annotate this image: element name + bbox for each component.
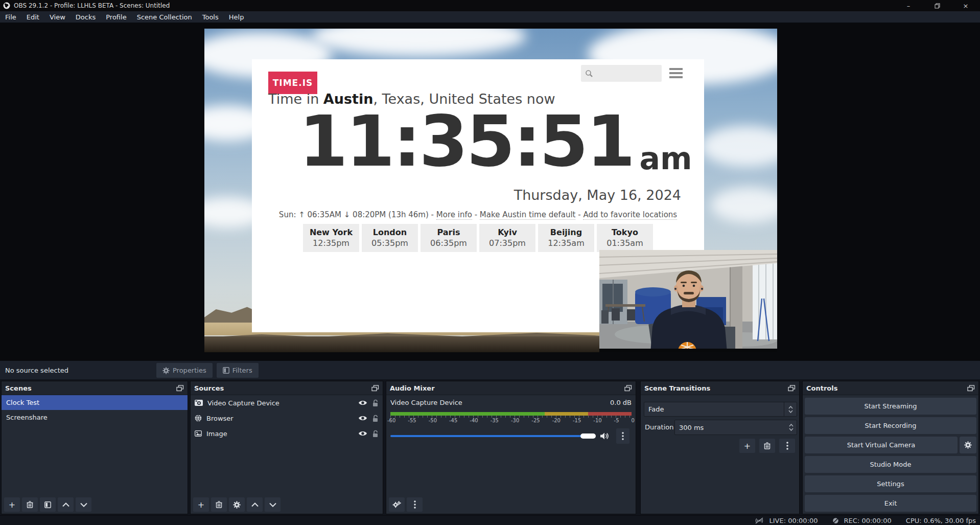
popout-icon[interactable] (967, 385, 975, 392)
properties-button[interactable]: Properties (156, 363, 213, 378)
filter-icon (44, 501, 51, 508)
source-toolbar: No source selected Properties Filters (0, 360, 980, 380)
advanced-audio-button[interactable] (389, 497, 405, 512)
volume-slider[interactable] (390, 435, 595, 437)
source-properties-button[interactable] (229, 497, 245, 512)
menu-profile[interactable]: Profile (101, 11, 131, 22)
rec-timecode: REC: 00:00:00 (844, 517, 892, 524)
move-source-up-button[interactable] (247, 497, 263, 512)
restore-button[interactable] (923, 0, 951, 11)
add-source-button[interactable]: + (193, 497, 209, 512)
mixer-menu-button[interactable] (407, 497, 423, 512)
source-status-text: No source selected (5, 367, 68, 374)
filters-button[interactable]: Filters (217, 363, 259, 378)
menu-bar: File Edit View Docks Profile Scene Colle… (0, 11, 980, 23)
start-streaming-button[interactable]: Start Streaming (805, 398, 976, 415)
chevron-down-icon (80, 503, 87, 507)
mixer-channel-menu-button[interactable] (616, 428, 629, 444)
move-scene-up-button[interactable] (58, 497, 74, 512)
remove-scene-button[interactable] (22, 497, 38, 512)
chevron-down-icon (269, 503, 276, 507)
title-bar: OBS 29.1.2 - Profile: LLHLS BETA - Scene… (0, 0, 980, 11)
scene-filters-button[interactable] (40, 497, 56, 512)
unlock-icon[interactable] (372, 430, 379, 438)
transition-properties-button[interactable] (779, 439, 795, 453)
cloud (701, 126, 777, 167)
webcam-video (599, 250, 777, 352)
virtual-camera-config-button[interactable] (960, 437, 976, 453)
settings-button[interactable]: Settings (805, 475, 976, 492)
trash-icon (764, 442, 771, 449)
filter-icon (223, 367, 229, 374)
cpu-fps-stats: CPU: 0.6%, 30.00 fps (906, 517, 976, 524)
duration-spinner[interactable]: 300 ms (674, 420, 797, 435)
audio-mixer-title: Audio Mixer (390, 384, 435, 392)
minimize-button[interactable]: – (894, 0, 923, 11)
transition-select[interactable]: Fade (644, 402, 797, 417)
volume-meter (390, 412, 632, 416)
menu-view[interactable]: View (44, 11, 71, 22)
popout-icon[interactable] (176, 385, 184, 392)
controls-title: Controls (806, 384, 837, 392)
popout-icon[interactable] (624, 385, 632, 392)
cloud (312, 29, 526, 57)
popout-icon[interactable] (788, 385, 796, 392)
remove-source-button[interactable] (211, 497, 227, 512)
meter-tick-labels: -60-55-50-45-40-35-30-25-20-15-10-50 (387, 418, 635, 423)
audio-mixer-panel: Audio Mixer Video Capture Device 0.0 dB … (386, 381, 636, 514)
studio-mode-button[interactable]: Studio Mode (805, 456, 976, 473)
scenes-title: Scenes (5, 384, 32, 392)
move-scene-down-button[interactable] (76, 497, 91, 512)
make-default-link: Make Austin time default (480, 210, 576, 220)
chevron-down-icon (789, 428, 794, 431)
city-card: Kyiv07:35pm (479, 224, 535, 252)
preview-canvas[interactable]: TIME.IS Time in Austin, Texas, United St… (204, 29, 777, 352)
vertical-dots-icon (414, 500, 416, 509)
menu-edit[interactable]: Edit (21, 11, 44, 22)
search-icon (585, 70, 593, 78)
add-transition-button[interactable]: + (739, 439, 755, 453)
globe-icon (195, 415, 202, 422)
close-button[interactable]: × (951, 0, 980, 11)
clock-time: 11:35:51 (299, 106, 634, 177)
exit-button[interactable]: Exit (805, 495, 976, 512)
page-date: Thursday, May 16, 2024 (514, 187, 681, 203)
gear-icon (162, 367, 170, 374)
menu-help[interactable]: Help (224, 11, 249, 22)
sources-panel: Sources Video Capture Device Browser Ima… (190, 381, 383, 514)
start-recording-button[interactable]: Start Recording (805, 417, 976, 434)
webcam-source[interactable] (599, 250, 777, 352)
eye-icon[interactable] (358, 430, 367, 437)
eye-icon[interactable] (358, 415, 367, 421)
eye-icon[interactable] (358, 400, 367, 406)
add-scene-button[interactable]: + (4, 497, 20, 512)
source-row-image[interactable]: Image (191, 426, 383, 441)
remove-transition-button[interactable] (759, 439, 775, 453)
mixer-channel-name: Video Capture Device (390, 399, 462, 406)
scene-transitions-title: Scene Transitions (644, 384, 710, 392)
timeis-search-input (581, 65, 662, 82)
controls-panel: Controls Start Streaming Start Recording… (802, 381, 979, 514)
mixer-level-db: 0.0 dB (610, 399, 632, 406)
menu-scene-collection[interactable]: Scene Collection (132, 11, 197, 22)
scene-item-clock-test[interactable]: Clock Test (2, 395, 188, 410)
chevron-down-icon (788, 410, 793, 413)
unlock-icon[interactable] (372, 399, 379, 407)
menu-docks[interactable]: Docks (71, 11, 101, 22)
stream-inactive-icon (755, 517, 764, 524)
move-source-down-button[interactable] (265, 497, 281, 512)
source-row-video-capture[interactable]: Video Capture Device (191, 395, 383, 410)
scene-item-screenshare[interactable]: Screenshare (2, 410, 188, 425)
cloud (711, 187, 777, 223)
speaker-icon[interactable] (600, 432, 609, 440)
popout-icon[interactable] (371, 385, 379, 392)
sun-info-line: Sun: ↑ 06:35AM ↓ 08:20PM (13h 46m) - Mor… (252, 210, 704, 219)
volume-slider-handle[interactable] (580, 433, 596, 439)
start-virtual-camera-button[interactable]: Start Virtual Camera (805, 437, 958, 453)
source-row-browser[interactable]: Browser (191, 410, 383, 426)
obs-window: OBS 29.1.2 - Profile: LLHLS BETA - Scene… (0, 0, 980, 525)
more-info-link: More info (436, 210, 472, 220)
menu-file[interactable]: File (0, 11, 21, 22)
unlock-icon[interactable] (372, 415, 379, 422)
menu-tools[interactable]: Tools (197, 11, 224, 22)
